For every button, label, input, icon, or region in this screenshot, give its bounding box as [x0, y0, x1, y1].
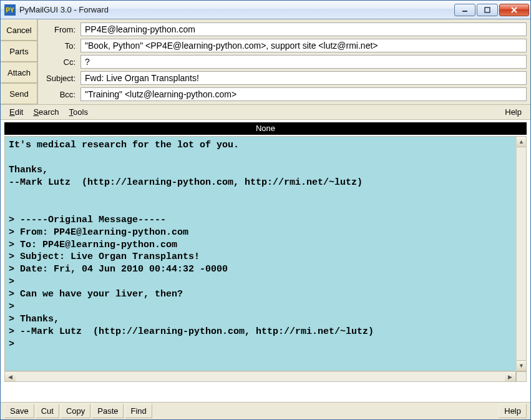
menu-tools-rest: ools	[73, 107, 88, 117]
app-icon-text: PY	[6, 7, 14, 14]
hscroll-track[interactable]	[16, 372, 505, 381]
compose-header: Cancel Parts Attach Send From: To: Cc: S…	[1, 19, 530, 105]
bottom-toolbar: Save Cut Copy Paste Find Help	[1, 402, 530, 419]
scroll-down-icon[interactable]: ▼	[517, 360, 526, 371]
app-icon: PY	[4, 4, 16, 16]
bcc-input[interactable]	[80, 87, 527, 101]
menu-edit[interactable]: Edit	[4, 106, 28, 118]
attachments-bar: None	[4, 122, 527, 135]
help-button[interactable]: Help	[499, 404, 527, 418]
close-button[interactable]	[499, 4, 529, 16]
menu-edit-rest: dit	[15, 107, 24, 117]
body-area: It's medical research for the lot of you…	[4, 136, 527, 382]
header-fields: From: To: Cc: Subject: Bcc:	[38, 19, 530, 104]
cancel-button[interactable]: Cancel	[1, 19, 37, 41]
save-button[interactable]: Save	[4, 404, 34, 418]
from-input[interactable]	[80, 22, 527, 36]
menu-help[interactable]: Help	[500, 106, 527, 118]
svg-rect-2	[485, 7, 490, 12]
message-body[interactable]: It's medical research for the lot of you…	[4, 136, 516, 371]
scroll-up-icon[interactable]: ▲	[517, 137, 526, 147]
bcc-label: Bcc:	[42, 90, 78, 99]
scroll-left-icon[interactable]: ◀	[5, 372, 16, 381]
cut-button[interactable]: Cut	[36, 404, 59, 418]
cc-label: Cc:	[42, 57, 78, 67]
send-button[interactable]: Send	[1, 83, 37, 104]
from-label: From:	[42, 25, 78, 34]
menubar: Edit Search Tools Help	[1, 105, 530, 120]
attach-button[interactable]: Attach	[1, 62, 37, 83]
action-buttons-column: Cancel Parts Attach Send	[1, 19, 38, 104]
menu-search[interactable]: Search	[28, 106, 64, 118]
copy-button[interactable]: Copy	[61, 404, 90, 418]
vertical-scrollbar[interactable]: ▲ ▼	[516, 136, 527, 371]
minimize-button[interactable]	[454, 4, 475, 16]
subject-input[interactable]	[80, 71, 527, 85]
vscroll-track[interactable]	[517, 147, 526, 360]
cc-input[interactable]	[80, 55, 527, 69]
menu-tools[interactable]: Tools	[64, 106, 93, 118]
scroll-corner	[516, 371, 527, 382]
parts-button[interactable]: Parts	[1, 41, 37, 62]
window-controls	[454, 4, 529, 16]
titlebar: PY PyMailGUI 3.0 - Forward	[1, 1, 530, 19]
subject-label: Subject:	[42, 74, 78, 83]
scroll-right-icon[interactable]: ▶	[505, 372, 515, 381]
horizontal-scrollbar[interactable]: ◀ ▶	[4, 371, 516, 382]
to-input[interactable]	[80, 39, 527, 52]
paste-button[interactable]: Paste	[92, 404, 124, 418]
window-title: PyMailGUI 3.0 - Forward	[19, 5, 454, 14]
find-button[interactable]: Find	[125, 404, 152, 418]
menu-search-rest: earch	[39, 107, 59, 117]
maximize-button[interactable]	[477, 4, 498, 16]
to-label: To:	[42, 41, 78, 51]
